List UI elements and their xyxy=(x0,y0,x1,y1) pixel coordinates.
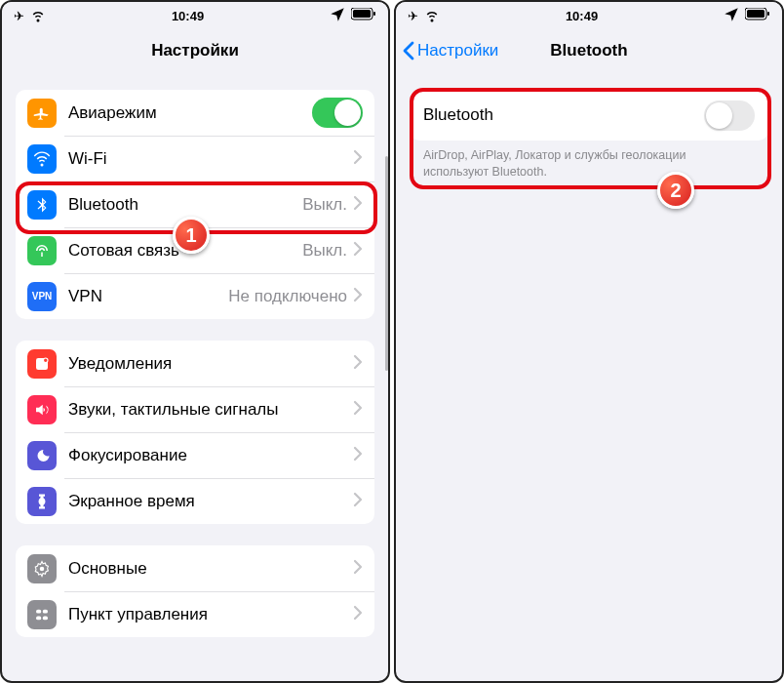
notifications-icon xyxy=(27,349,57,379)
bluetooth-icon xyxy=(27,190,57,220)
row-bluetooth[interactable]: Bluetooth Выкл. xyxy=(16,181,374,227)
row-vpn[interactable]: VPN VPN Не подключено xyxy=(16,273,374,319)
svg-rect-11 xyxy=(747,10,764,18)
airplane-icon xyxy=(27,99,57,128)
row-bluetooth-toggle[interactable]: Bluetooth xyxy=(410,90,768,141)
vpn-icon: VPN xyxy=(27,282,57,311)
row-screen-time[interactable]: Экранное время xyxy=(16,478,374,524)
location-status-icon xyxy=(329,6,346,26)
back-label: Настройки xyxy=(417,41,498,60)
row-label: Bluetooth xyxy=(68,195,302,215)
row-label: Пункт управления xyxy=(68,605,353,624)
svg-rect-1 xyxy=(353,10,371,18)
settings-list: Авиарежим Wi-Fi Bluetooth Выкл. Сотовая … xyxy=(2,72,388,681)
chevron-right-icon xyxy=(353,354,363,374)
bluetooth-note: AirDrop, AirPlay, Локатор и службы геоло… xyxy=(410,141,768,181)
status-bar: ✈︎ 10:49 xyxy=(2,2,388,29)
svg-rect-8 xyxy=(36,616,41,620)
chevron-right-icon xyxy=(353,241,363,261)
row-label: Экранное время xyxy=(68,492,353,511)
chevron-right-icon xyxy=(353,605,363,624)
bluetooth-screen: ✈︎ 10:49 Настройки Bluetooth Bluetooth A… xyxy=(394,0,784,683)
chevron-right-icon xyxy=(353,195,363,215)
chevron-right-icon xyxy=(353,149,363,169)
svg-rect-7 xyxy=(43,609,48,613)
screentime-icon xyxy=(27,487,57,516)
settings-screen: ✈︎ 10:49 Настройки Авиарежим xyxy=(0,0,390,683)
chevron-right-icon xyxy=(353,446,363,465)
row-value: Выкл. xyxy=(302,241,347,261)
general-icon xyxy=(27,554,57,583)
row-label: Фокусирование xyxy=(68,446,353,465)
status-bar: ✈︎ 10:49 xyxy=(396,2,782,29)
svg-rect-2 xyxy=(373,12,375,16)
row-label: Звуки, тактильные сигналы xyxy=(68,400,353,420)
cellular-icon xyxy=(27,236,57,265)
battery-status-icon xyxy=(745,8,770,23)
chevron-right-icon xyxy=(353,492,363,511)
row-label: Bluetooth xyxy=(423,105,704,125)
row-label: Сотовая связь xyxy=(68,241,302,261)
row-value: Не подключено xyxy=(228,287,347,306)
row-sounds[interactable]: Звуки, тактильные сигналы xyxy=(16,386,374,432)
row-label: Wi-Fi xyxy=(68,149,353,169)
status-time: 10:49 xyxy=(172,9,204,23)
svg-point-4 xyxy=(44,358,49,363)
connectivity-group: Авиарежим Wi-Fi Bluetooth Выкл. Сотовая … xyxy=(16,90,374,319)
page-title: Bluetooth xyxy=(550,41,627,60)
airplane-toggle[interactable] xyxy=(312,98,363,128)
alerts-group: Уведомления Звуки, тактильные сигналы Фо… xyxy=(16,341,374,524)
page-title: Настройки xyxy=(151,41,239,60)
row-control-center[interactable]: Пункт управления xyxy=(16,591,374,637)
svg-point-5 xyxy=(40,566,45,571)
location-status-icon xyxy=(723,6,740,26)
airplane-status-icon: ✈︎ xyxy=(14,9,24,23)
svg-rect-12 xyxy=(767,12,769,16)
wifi-status-icon xyxy=(423,6,441,26)
chevron-left-icon xyxy=(402,40,415,61)
row-notifications[interactable]: Уведомления xyxy=(16,341,374,386)
row-cellular[interactable]: Сотовая связь Выкл. xyxy=(16,227,374,273)
control-center-icon xyxy=(27,600,57,629)
wifi-status-icon xyxy=(29,6,47,26)
row-value: Выкл. xyxy=(302,195,347,215)
nav-header: Настройки Bluetooth xyxy=(396,29,782,72)
focus-icon xyxy=(27,441,57,470)
row-label: VPN xyxy=(68,287,228,306)
chevron-right-icon xyxy=(353,400,363,420)
chevron-right-icon xyxy=(353,287,363,306)
svg-rect-9 xyxy=(43,616,48,620)
sounds-icon xyxy=(27,395,57,424)
row-airplane[interactable]: Авиарежим xyxy=(16,90,374,136)
airplane-status-icon: ✈︎ xyxy=(408,9,418,23)
row-label: Уведомления xyxy=(68,354,353,374)
bluetooth-group: Bluetooth xyxy=(410,90,768,141)
row-label: Основные xyxy=(68,559,353,579)
row-wifi[interactable]: Wi-Fi xyxy=(16,136,374,181)
nav-header: Настройки xyxy=(2,29,388,72)
status-time: 10:49 xyxy=(566,9,598,23)
general-group: Основные Пункт управления xyxy=(16,545,374,637)
scrollbar[interactable] xyxy=(385,156,388,371)
back-button[interactable]: Настройки xyxy=(402,40,498,61)
row-label: Авиарежим xyxy=(68,103,312,123)
chevron-right-icon xyxy=(353,559,363,579)
row-focus[interactable]: Фокусирование xyxy=(16,432,374,478)
row-general[interactable]: Основные xyxy=(16,545,374,591)
bluetooth-content: Bluetooth AirDrop, AirPlay, Локатор и сл… xyxy=(396,72,782,681)
battery-status-icon xyxy=(351,8,376,23)
svg-rect-6 xyxy=(36,609,41,613)
wifi-icon xyxy=(27,144,57,174)
bluetooth-toggle[interactable] xyxy=(704,100,755,131)
